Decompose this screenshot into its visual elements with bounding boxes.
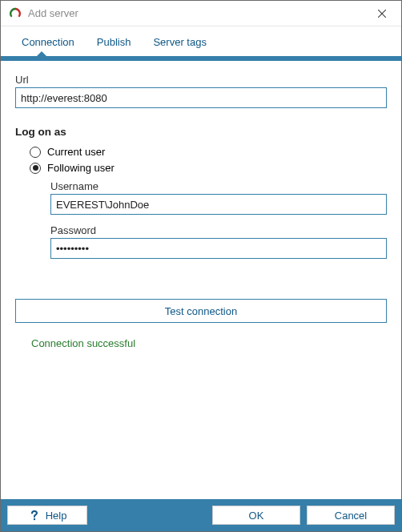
radio-selected-dot [33,165,38,171]
radio-following-user-label: Following user [47,162,115,174]
username-label: Username [50,180,387,192]
log-on-as-label: Log on as [15,126,387,138]
close-button[interactable] [366,2,398,25]
svg-point-2 [33,518,34,520]
footer-bar: Help OK Cancel [1,499,401,531]
tab-connection[interactable]: Connection [10,31,86,56]
tab-publish[interactable]: Publish [86,31,143,56]
active-tab-marker [36,51,47,57]
help-button-label: Help [46,510,67,522]
password-label: Password [50,224,387,236]
tab-server-tags[interactable]: Server tags [142,31,217,56]
app-icon [9,7,22,20]
help-icon [28,509,41,522]
radio-following-user[interactable]: Following user [30,162,387,174]
close-icon [378,10,386,18]
content-area: Url Log on as Current user Following use… [1,61,401,499]
tab-underline [1,56,401,61]
url-label: Url [15,74,387,86]
titlebar: Add server [1,1,401,26]
status-message: Connection successful [31,337,387,349]
username-input[interactable] [50,194,387,215]
cancel-button[interactable]: Cancel [307,506,395,525]
password-input[interactable] [50,238,387,259]
test-connection-button[interactable]: Test connection [15,299,387,323]
radio-current-user[interactable]: Current user [30,146,387,158]
radio-current-user-label: Current user [47,146,105,158]
url-input[interactable] [15,87,387,108]
help-button[interactable]: Help [7,506,87,525]
credentials-group: Username Password [50,180,387,259]
radio-icon [30,147,41,158]
radio-icon [30,163,41,174]
ok-button[interactable]: OK [212,506,300,525]
tab-bar: Connection Publish Server tags [1,26,401,56]
window-title: Add server [28,7,366,19]
